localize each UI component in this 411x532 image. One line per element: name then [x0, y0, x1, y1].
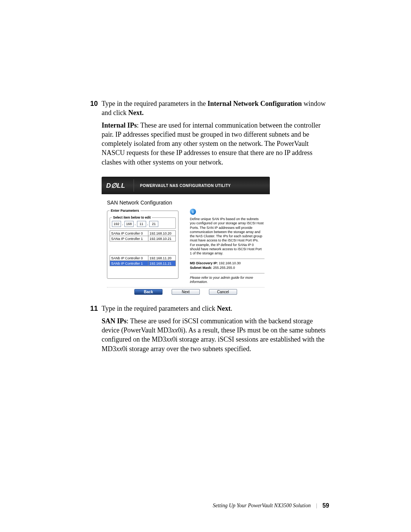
page-number: 59: [322, 502, 329, 509]
page-footer: Setting Up Your PowerVault NX3500 Soluti…: [213, 502, 329, 509]
button-row: Back Next Cancel: [107, 287, 264, 295]
term-next: Next: [217, 305, 231, 312]
screenshot-body: SAN Network Configuration Enter Paramete…: [102, 194, 270, 299]
term-san-ips: SAN IPs: [102, 317, 127, 325]
san-a-table[interactable]: SANa IP Controller 0 192.168.10.20 SANa …: [110, 230, 176, 241]
document-page: 10 Type in the required parameters in th…: [0, 0, 411, 532]
cell-label: SANa IP Controller 0: [110, 231, 148, 236]
admin-guide-note: Please refer to your admin guide for mor…: [190, 276, 264, 284]
md-discovery-label: MD Discovery IP:: [190, 261, 219, 265]
divider: [190, 273, 264, 273]
enter-parameters-group: Enter Parameters Select item below to ed…: [107, 209, 178, 279]
info-icon: i: [190, 209, 196, 215]
step-body: Type in the required parameters in the I…: [102, 99, 329, 170]
cell-ip: 192.168.10.20: [148, 231, 175, 236]
var-xx: xx: [166, 335, 172, 343]
subnet-mask-label: Subnet Mask:: [190, 266, 213, 270]
table-row-selected[interactable]: SANb IP Controller 1 192.168.11.21: [110, 261, 176, 266]
ip-octet-2[interactable]: 168: [124, 221, 134, 227]
right-column: i Define unique SAN IPs based on the sub…: [190, 209, 264, 284]
help-text: Define unique SAN IPs based on the subne…: [190, 217, 264, 256]
step-number: 11: [86, 304, 102, 356]
step-11-line2: SAN IPs: These are used for iSCSI commun…: [102, 316, 329, 353]
step-10-line1: Type in the required parameters in the I…: [102, 99, 329, 118]
ip-editor[interactable]: 192. 168. 11. 21: [112, 221, 174, 227]
select-item-group: Select item below to edit 192. 168. 11. …: [110, 216, 176, 229]
var-xx: xx: [172, 326, 178, 334]
footer-separator: |: [316, 503, 317, 509]
footer-section-title: Setting Up Your PowerVault NX3500 Soluti…: [213, 503, 311, 509]
ip-octet-3[interactable]: 11: [137, 221, 146, 227]
cell-ip: 192.168.10.21: [148, 236, 175, 241]
table-row[interactable]: SANb IP Controller 0 192.168.11.20: [110, 256, 176, 261]
screenshot-san-config: D∅LL POWERVAULT NAS CONFIGURATION UTILIT…: [102, 177, 270, 299]
step-10: 10 Type in the required parameters in th…: [86, 99, 329, 170]
dell-logo: D∅LL: [106, 182, 125, 190]
ip-octet-4[interactable]: 21: [149, 221, 158, 227]
step-body: Type in the required parameters and clic…: [102, 304, 329, 356]
divider: [190, 259, 264, 259]
header-divider: [134, 179, 134, 192]
next-button[interactable]: Next: [172, 289, 200, 295]
utility-title: POWERVAULT NAS CONFIGURATION UTILITY: [140, 184, 231, 188]
step-10-line2: Internal IPs: These are used for interna…: [102, 121, 329, 167]
select-item-legend: Select item below to edit: [112, 216, 152, 219]
table-row[interactable]: SANa IP Controller 1 192.168.10.21: [110, 236, 176, 241]
cell-label: SANb IP Controller 0: [110, 256, 148, 261]
cell-label: SANa IP Controller 1: [110, 236, 148, 241]
cell-label: SANb IP Controller 1: [110, 261, 148, 266]
san-b-table[interactable]: SANb IP Controller 0 192.168.11.20 SANb …: [110, 255, 176, 266]
subnet-mask-row: Subnet Mask: 255.255.255.0: [190, 266, 264, 270]
term-next: Next.: [128, 109, 143, 117]
section-title: SAN Network Configuration: [107, 200, 264, 206]
step-11-line1: Type in the required parameters and clic…: [102, 304, 329, 313]
cancel-button[interactable]: Cancel: [209, 289, 237, 295]
var-xx: xx: [116, 345, 122, 353]
cell-ip: 192.168.11.21: [148, 261, 175, 266]
term-internal-ips: Internal IPs: [102, 121, 137, 129]
back-button[interactable]: Back: [134, 289, 162, 295]
left-column: Enter Parameters Select item below to ed…: [107, 209, 178, 284]
cell-ip: 192.168.11.20: [148, 256, 175, 261]
step-number: 10: [86, 99, 102, 170]
two-column-layout: Enter Parameters Select item below to ed…: [107, 209, 264, 284]
subnet-mask-value: 255.255.255.0: [213, 266, 235, 270]
ip-octet-1[interactable]: 192: [112, 221, 121, 227]
table-row[interactable]: SANa IP Controller 0 192.168.10.20: [110, 231, 176, 236]
enter-parameters-legend: Enter Parameters: [110, 209, 140, 212]
term-internal-network-config: Internal Network Configuration: [207, 100, 302, 107]
md-discovery-row: MD Discovery IP: 192.168.10.30: [190, 261, 264, 265]
md-discovery-value: 192.168.10.30: [219, 261, 241, 265]
screenshot-header: D∅LL POWERVAULT NAS CONFIGURATION UTILIT…: [102, 177, 270, 194]
step-11: 11 Type in the required parameters and c…: [86, 304, 329, 356]
